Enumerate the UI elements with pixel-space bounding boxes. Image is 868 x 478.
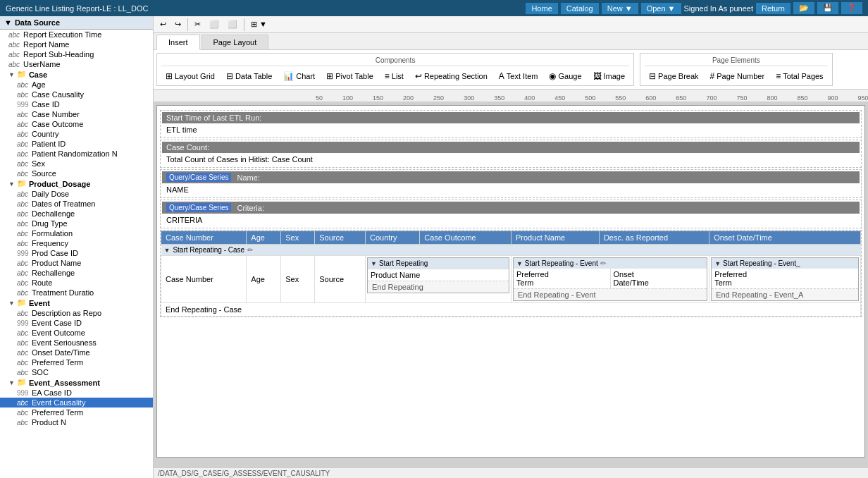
tree-item-product-n[interactable]: abc Product N — [0, 417, 153, 427]
gauge-btn[interactable]: ◉ Gauge — [545, 70, 585, 82]
folder-event-assessment[interactable]: ▼ 📁 Event_Assessment — [0, 377, 153, 388]
type-abc: abc — [17, 111, 30, 118]
edit-icon[interactable]: ✏ — [247, 246, 253, 254]
tab-insert[interactable]: Insert — [156, 35, 200, 50]
folder-btn[interactable]: 📂 — [793, 2, 814, 14]
cut-btn[interactable]: ✂ — [191, 18, 204, 31]
new-btn[interactable]: New ▼ — [602, 3, 638, 14]
repeating-section-btn[interactable]: ↩ Repeating Section — [411, 70, 492, 82]
title-bar-nav: Home Catalog New ▼ Open ▼ Signed In As p… — [526, 2, 862, 14]
tree-item-treatment-duration[interactable]: abc Treatment Duratio — [0, 288, 153, 298]
tree-item-dechallenge[interactable]: abc Dechallenge — [0, 209, 153, 219]
layout-grid-btn[interactable]: ⊞ Layout Grid — [161, 70, 219, 82]
image-btn[interactable]: 🖼 Image — [589, 70, 630, 82]
tree-item-preferred-term-2[interactable]: abc Preferred Term — [0, 407, 153, 417]
undo-btn[interactable]: ↩ — [156, 18, 170, 31]
tree-item-age[interactable]: abc Age — [0, 80, 153, 90]
tree-item-prod-case-id[interactable]: 999 Prod Case ID — [0, 248, 153, 258]
tree-item-report-sub-heading[interactable]: abc Report Sub-Heading — [0, 49, 153, 59]
item-label: Description as Repo — [32, 309, 101, 317]
tree-item-patient-id[interactable]: abc Patient ID — [0, 139, 153, 149]
folder-case[interactable]: ▼ 📁 Case — [0, 69, 153, 80]
item-label: Case Outcome — [32, 120, 83, 128]
tree-item-preferred-term[interactable]: abc Preferred Term — [0, 357, 153, 367]
data-table-btn[interactable]: ⊟ Data Table — [222, 70, 276, 82]
start-repeating-event-a-label: Start Repeating - Event_ — [723, 259, 800, 267]
tree-item-case-causality[interactable]: abc Case Causality — [0, 90, 153, 99]
ruler-400: 400 — [524, 94, 535, 102]
page-elements-label: Page Elements — [645, 56, 828, 66]
tree-item-report-name[interactable]: abc Report Name — [0, 39, 153, 49]
ruler-750: 750 — [736, 94, 747, 102]
chart-btn[interactable]: 📊 Chart — [279, 70, 319, 82]
tree-item-description-as-repo[interactable]: abc Description as Repo — [0, 308, 153, 318]
view-btn[interactable]: ⊞ ▼ — [247, 18, 271, 31]
query-badge-criteria: Query/Case Series — [166, 203, 231, 212]
page-number-btn[interactable]: # Page Number — [706, 70, 769, 82]
type-abc: abc — [17, 259, 30, 267]
folder-event[interactable]: ▼ 📁 Event — [0, 298, 153, 308]
expand-icon: ▼ — [8, 71, 15, 78]
help-btn[interactable]: ❓ — [841, 2, 862, 14]
tree-item-event-case-id[interactable]: 999 Event Case ID — [0, 318, 153, 328]
paste-btn[interactable]: ⬜ — [224, 18, 241, 31]
tree-item-country[interactable]: abc Country — [0, 129, 153, 139]
edit-icon-2[interactable]: ✏ — [600, 259, 606, 267]
tree-item-sex[interactable]: abc Sex — [0, 159, 153, 168]
total-pages-label: Total Pages — [783, 72, 823, 80]
report-canvas[interactable]: Start Time of Last ETL Run: ETL time Cas… — [154, 102, 868, 467]
tree-item-product-name[interactable]: abc Product Name — [0, 258, 153, 268]
type-abc: abc — [17, 289, 30, 297]
onset-value: Date/Time — [614, 278, 705, 287]
report-page: Start Time of Last ETL Run: ETL time Cas… — [156, 105, 865, 458]
tree-item-event-outcome[interactable]: abc Event Outcome — [0, 328, 153, 338]
tree-item-onset-datetime[interactable]: abc Onset Date/Time — [0, 348, 153, 357]
item-label: Onset Date/Time — [32, 348, 90, 357]
tree-item-daily-dose[interactable]: abc Daily Dose — [0, 189, 153, 199]
tree-item-case-outcome[interactable]: abc Case Outcome — [0, 119, 153, 129]
home-btn[interactable]: Home — [526, 3, 557, 14]
tree-item-source[interactable]: abc Source — [0, 168, 153, 178]
redo-btn[interactable]: ↪ — [171, 18, 185, 31]
item-label: Event Outcome — [32, 329, 85, 337]
tree-item-patient-randomization[interactable]: abc Patient Randomization N — [0, 149, 153, 159]
tree-item-soc[interactable]: abc SOC — [0, 367, 153, 377]
pivot-table-btn[interactable]: ⊞ Pivot Table — [322, 70, 378, 82]
query-criteria-label: Criteria: — [237, 204, 264, 212]
tree-item-drug-type[interactable]: abc Drug Type — [0, 219, 153, 228]
chart-icon: 📊 — [283, 71, 294, 81]
tree-item-case-number[interactable]: abc Case Number — [0, 109, 153, 119]
tree-item-event-seriousness[interactable]: abc Event Seriousness — [0, 338, 153, 348]
status-path: /DATA_DS/G_CASE/G_ASSESS/EVENT_CAUSALITY — [158, 470, 330, 477]
item-label: Product N — [32, 418, 66, 427]
item-label: Patient Randomization N — [32, 149, 118, 158]
tree-item-route[interactable]: abc Route — [0, 278, 153, 288]
save-btn[interactable]: 💾 — [817, 2, 838, 14]
tree-item-username[interactable]: abc UserName — [0, 59, 153, 69]
page-break-btn[interactable]: ⊟ Page Break — [645, 70, 702, 82]
list-btn[interactable]: ≡ List — [380, 70, 408, 82]
tree-item-case-id[interactable]: 999 Case ID — [0, 99, 153, 109]
tree-item-formulation[interactable]: abc Formulation — [0, 228, 153, 238]
return-btn[interactable]: Return — [756, 3, 790, 14]
tree-item-dates-treatment[interactable]: abc Dates of Treatmen — [0, 199, 153, 209]
total-pages-btn[interactable]: ≡ Total Pages — [771, 70, 828, 82]
item-label: Dechallenge — [32, 209, 75, 218]
text-item-btn[interactable]: A Text Item — [495, 70, 542, 82]
folder-product-dosage[interactable]: ▼ 📁 Product_Dosage — [0, 178, 153, 189]
product-name-value: Product Name — [371, 271, 420, 279]
tree-item-report-execution-time[interactable]: abc Report Execution Time — [0, 30, 153, 39]
tree-item-frequency[interactable]: abc Frequency — [0, 238, 153, 248]
preferred-term-cell: Preferred Term — [514, 269, 610, 288]
pivot-table-icon: ⊞ — [326, 71, 333, 81]
tab-page-layout[interactable]: Page Layout — [202, 35, 269, 49]
tree-item-ea-case-id[interactable]: 999 EA Case ID — [0, 388, 153, 398]
image-icon: 🖼 — [593, 71, 602, 81]
catalog-btn[interactable]: Catalog — [561, 3, 599, 14]
tree-item-rechallenge[interactable]: abc Rechallenge — [0, 268, 153, 278]
end-repeating-event-label: End Repeating - Event — [518, 290, 596, 299]
tree-item-event-causality[interactable]: abc Event Causality — [0, 398, 153, 407]
copy-btn[interactable]: ⬜ — [206, 18, 223, 31]
open-btn[interactable]: Open ▼ — [641, 3, 681, 14]
type-abc: abc — [17, 170, 30, 178]
